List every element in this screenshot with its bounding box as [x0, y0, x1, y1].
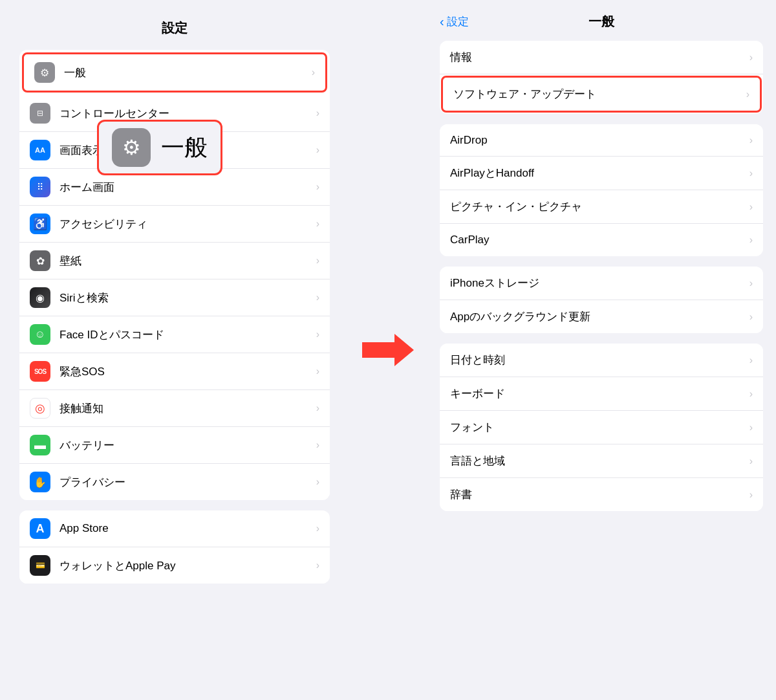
settings-item-accessibility[interactable]: ♿ アクセシビリティ ›	[19, 206, 330, 243]
fonts-chevron: ›	[749, 422, 753, 433]
general-label: 一般	[64, 65, 307, 80]
appstore-icon: A	[30, 518, 50, 539]
settings-item-siri[interactable]: ◉ Siriと検索 ›	[19, 279, 330, 316]
settings-item-appstore[interactable]: A App Store ›	[19, 510, 330, 547]
back-label: 設定	[447, 14, 469, 29]
right-item-dictionary[interactable]: 辞書 ›	[440, 478, 763, 511]
right-item-iphone-storage[interactable]: iPhoneストレージ ›	[440, 267, 763, 300]
settings-list: ⚙ 一般 › ⊟ コントロールセンター › AA 画面表示と明るさ › ⠿ ホー…	[19, 50, 330, 500]
airplay-handoff-label: AirPlayとHandoff	[450, 166, 749, 180]
battery-chevron: ›	[316, 439, 319, 451]
faceid-icon: ☺	[30, 324, 50, 345]
right-header: ‹ 設定 一般	[427, 13, 776, 30]
privacy-label: プライバシー	[59, 475, 311, 490]
wallet-label: ウォレットとApple Pay	[59, 558, 311, 573]
right-item-fonts[interactable]: フォント ›	[440, 411, 763, 444]
control-center-icon: ⊟	[30, 103, 50, 124]
background-app-label: Appのバックグラウンド更新	[450, 309, 749, 324]
general-overlay: ⚙ 一般	[97, 120, 222, 175]
right-group-3: iPhoneストレージ › Appのバックグラウンド更新 ›	[440, 267, 763, 333]
privacy-chevron: ›	[316, 476, 319, 488]
iphone-storage-label: iPhoneストレージ	[450, 276, 749, 290]
wallet-chevron: ›	[316, 560, 319, 571]
left-panel-title: 設定	[162, 19, 188, 37]
dictionary-chevron: ›	[749, 489, 753, 501]
right-panel: ‹ 設定 一般 情報 › ソフトウェア・アップデート › AirDrop ›	[427, 0, 776, 700]
svg-marker-0	[362, 334, 414, 366]
language-region-chevron: ›	[749, 455, 753, 467]
battery-icon: ▬	[30, 435, 50, 455]
wallet-icon: 💳	[30, 555, 50, 576]
wallpaper-icon: ✿	[30, 250, 50, 271]
faceid-chevron: ›	[316, 329, 319, 340]
right-item-airdrop[interactable]: AirDrop ›	[440, 124, 763, 157]
general-chevron: ›	[312, 67, 315, 78]
siri-icon: ◉	[30, 287, 50, 308]
display-chevron: ›	[316, 144, 319, 156]
iphone-storage-chevron: ›	[749, 278, 753, 289]
right-item-date-time[interactable]: 日付と時刻 ›	[440, 344, 763, 377]
settings-item-privacy[interactable]: ✋ プライバシー ›	[19, 464, 330, 500]
right-item-language-region[interactable]: 言語と地域 ›	[440, 444, 763, 478]
settings-item-battery[interactable]: ▬ バッテリー ›	[19, 427, 330, 464]
battery-label: バッテリー	[59, 438, 311, 453]
settings-item-faceid[interactable]: ☺ Face IDとパスコード ›	[19, 316, 330, 353]
right-item-background-app[interactable]: Appのバックグラウンド更新 ›	[440, 300, 763, 333]
background-app-chevron: ›	[749, 311, 753, 323]
right-group-2: AirDrop › AirPlayとHandoff › ピクチャ・イン・ピクチャ…	[440, 124, 763, 256]
display-icon: AA	[30, 140, 50, 160]
sos-label: 緊急SOS	[59, 364, 311, 379]
right-content: 情報 › ソフトウェア・アップデート › AirDrop › AirPlayとH…	[427, 41, 776, 700]
right-item-info[interactable]: 情報 ›	[440, 41, 763, 74]
general-icon: ⚙	[34, 62, 55, 83]
settings-item-contact[interactable]: ◎ 接触通知 ›	[19, 390, 330, 427]
left-panel: 設定 ⚙ 一般 › ⊟ コントロールセンター › AA 画面表示と明るさ › ⠿…	[0, 0, 349, 700]
keyboard-label: キーボード	[450, 386, 749, 401]
appstore-label: App Store	[59, 522, 311, 535]
accessibility-icon: ♿	[30, 213, 50, 234]
carplay-chevron: ›	[749, 234, 753, 246]
back-button[interactable]: ‹ 設定	[440, 14, 469, 29]
back-chevron-icon: ‹	[440, 14, 444, 29]
date-time-label: 日付と時刻	[450, 353, 749, 367]
right-group-1: 情報 › ソフトウェア・アップデート ›	[440, 41, 763, 114]
general-overlay-icon: ⚙	[112, 128, 151, 167]
settings-item-wallpaper[interactable]: ✿ 壁紙 ›	[19, 243, 330, 279]
wallpaper-chevron: ›	[316, 255, 319, 267]
sos-icon: SOS	[30, 361, 50, 382]
airdrop-label: AirDrop	[450, 134, 749, 147]
pip-chevron: ›	[749, 201, 753, 213]
right-item-pip[interactable]: ピクチャ・イン・ピクチャ ›	[440, 190, 763, 224]
right-item-carplay[interactable]: CarPlay ›	[440, 224, 763, 256]
right-item-airplay-handoff[interactable]: AirPlayとHandoff ›	[440, 157, 763, 190]
control-center-label: コントロールセンター	[59, 106, 311, 121]
faceid-label: Face IDとパスコード	[59, 327, 311, 342]
right-group-4: 日付と時刻 › キーボード › フォント › 言語と地域 › 辞書 ›	[440, 344, 763, 511]
control-center-chevron: ›	[316, 107, 319, 119]
general-overlay-label: 一般	[161, 132, 208, 164]
settings-list-bottom: A App Store › 💳 ウォレットとApple Pay ›	[19, 510, 330, 584]
settings-item-sos[interactable]: SOS 緊急SOS ›	[19, 353, 330, 390]
info-chevron: ›	[749, 52, 753, 63]
appstore-chevron: ›	[316, 523, 319, 534]
home-screen-label: ホーム画面	[59, 180, 311, 195]
fonts-label: フォント	[450, 420, 749, 435]
sos-chevron: ›	[316, 366, 319, 377]
siri-label: Siriと検索	[59, 290, 311, 305]
contact-label: 接触通知	[59, 401, 311, 416]
settings-item-wallet[interactable]: 💳 ウォレットとApple Pay ›	[19, 547, 330, 584]
arrow-container	[349, 0, 427, 700]
settings-item-general[interactable]: ⚙ 一般 ›	[22, 52, 327, 93]
software-update-label: ソフトウェア・アップデート	[453, 87, 746, 102]
contact-chevron: ›	[316, 402, 319, 414]
date-time-chevron: ›	[749, 355, 753, 366]
wallpaper-label: 壁紙	[59, 254, 311, 268]
airplay-handoff-chevron: ›	[749, 168, 753, 179]
right-item-software-update[interactable]: ソフトウェア・アップデート ›	[441, 76, 762, 113]
right-panel-title: 一般	[588, 13, 614, 30]
airdrop-chevron: ›	[749, 135, 753, 146]
software-update-chevron: ›	[746, 89, 749, 100]
accessibility-label: アクセシビリティ	[59, 217, 311, 232]
language-region-label: 言語と地域	[450, 454, 749, 468]
right-item-keyboard[interactable]: キーボード ›	[440, 377, 763, 411]
